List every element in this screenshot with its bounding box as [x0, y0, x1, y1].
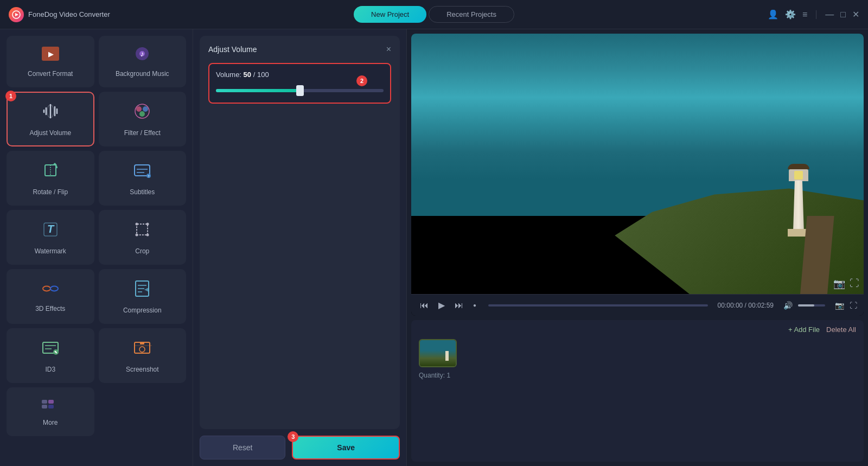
- main-content: ▶ Convert Format ♪ Background Music 1: [0, 29, 868, 466]
- svg-point-24: [146, 223, 149, 226]
- add-file-button[interactable]: + Add File: [788, 325, 820, 334]
- background-music-label: Background Music: [116, 70, 169, 78]
- svg-point-40: [139, 347, 145, 352]
- time-display: 00:00:00 / 00:02:59: [718, 302, 774, 309]
- panel-container: Adjust Volume × Volume: 50 / 100 2: [200, 36, 400, 429]
- compression-icon: [132, 279, 152, 302]
- svg-rect-45: [48, 405, 54, 408]
- svg-point-27: [43, 286, 50, 291]
- sidebar-item-3d-effects[interactable]: 3D Effects: [7, 269, 94, 324]
- menu-icon[interactable]: ≡: [802, 10, 807, 20]
- sidebar-item-watermark[interactable]: T Watermark: [7, 210, 94, 265]
- panel-footer: Reset 3 Save: [200, 436, 400, 459]
- rotate-flip-label: Rotate / Flip: [33, 188, 68, 196]
- sidebar-item-convert-format[interactable]: ▶ Convert Format: [7, 36, 94, 87]
- sidebar-item-compression[interactable]: Compression: [99, 269, 187, 324]
- sidebar-item-rotate-flip[interactable]: Rotate / Flip: [7, 151, 94, 206]
- app-logo-area: FoneDog Video Converter: [9, 7, 292, 22]
- settings-icon[interactable]: ⚙️: [785, 9, 796, 20]
- quantity-label: Quantity:: [419, 372, 445, 379]
- lh-cap: [788, 164, 809, 169]
- volume-section: Volume: 50 / 100 2: [208, 63, 391, 104]
- reset-button[interactable]: Reset: [200, 436, 285, 459]
- sidebar-item-adjust-volume[interactable]: 1 Adjust Volume: [7, 92, 94, 146]
- svg-text:♪: ♪: [141, 49, 144, 58]
- volume-mini-slider[interactable]: [798, 304, 825, 307]
- video-preview: 📷 ⛶ ⏮ ▶ ⏭ ● 00:00:00 / 00:02:59: [411, 34, 864, 316]
- screenshot-label: Screenshot: [126, 366, 159, 373]
- adjust-volume-panel: Adjust Volume × Volume: 50 / 100 2: [193, 29, 407, 466]
- more-icon: [41, 397, 60, 414]
- svg-text:▶: ▶: [48, 50, 53, 58]
- thumb-bg: [420, 340, 456, 366]
- volume-slider-thumb[interactable]: [296, 85, 304, 96]
- panel-close-button[interactable]: ×: [386, 44, 391, 54]
- volume-value: 50: [244, 71, 251, 79]
- volume-slider-container[interactable]: 2: [216, 85, 384, 96]
- file-area: + Add File Delete All Quantity: 1: [411, 320, 864, 462]
- fullscreen-overlay-icon[interactable]: ⛶: [850, 278, 859, 290]
- nav-buttons: New Project Recent Projects: [292, 6, 576, 23]
- progress-bar[interactable]: [488, 304, 708, 307]
- crop-label: Crop: [135, 247, 149, 255]
- volume-ctrl-icon[interactable]: 🔊: [783, 301, 793, 310]
- video-frame: 📷 ⛶: [411, 34, 864, 294]
- lh-top: [789, 169, 808, 181]
- svg-rect-42: [42, 400, 47, 404]
- sidebar-item-background-music[interactable]: ♪ Background Music: [99, 36, 187, 87]
- app-logo-icon: [9, 7, 24, 22]
- dot-button[interactable]: ●: [471, 301, 478, 309]
- snapshot-overlay-icon[interactable]: 📷: [833, 278, 845, 290]
- sidebar-item-more[interactable]: More: [7, 387, 94, 436]
- file-list: [419, 339, 856, 367]
- fullscreen-icon[interactable]: ⛶: [850, 301, 857, 310]
- save-button[interactable]: Save: [292, 436, 400, 459]
- sidebar-item-filter-effect[interactable]: Filter / Effect: [99, 92, 187, 146]
- svg-text:T: T: [148, 175, 150, 178]
- quantity-display: Quantity: 1: [419, 372, 856, 379]
- sidebar-item-id3[interactable]: ✎ ID3: [7, 328, 94, 383]
- svg-point-28: [50, 286, 58, 291]
- sidebar-item-crop[interactable]: Crop: [99, 210, 187, 265]
- id3-icon: ✎: [41, 338, 60, 361]
- id3-label: ID3: [45, 366, 55, 373]
- maximize-icon[interactable]: □: [840, 10, 846, 20]
- sidebar-item-screenshot[interactable]: Screenshot: [99, 328, 187, 383]
- convert-format-icon: ▶: [41, 46, 60, 66]
- subtitles-icon: T: [132, 161, 152, 184]
- 3d-effects-label: 3D Effects: [35, 305, 65, 312]
- file-thumbnail[interactable]: [419, 339, 457, 367]
- save-button-wrapper: 3 Save: [292, 436, 400, 459]
- sidebar-item-subtitles[interactable]: T Subtitles: [99, 151, 187, 206]
- user-icon[interactable]: 👤: [768, 9, 778, 20]
- svg-point-26: [146, 234, 149, 237]
- rotate-flip-icon: [41, 161, 60, 184]
- svg-rect-43: [48, 400, 54, 404]
- new-project-button[interactable]: New Project: [354, 6, 426, 23]
- titlebar-actions: 👤 ⚙️ ≡ — □ ✕: [576, 9, 859, 20]
- current-time: 00:00:00: [718, 302, 743, 309]
- crop-icon: [132, 220, 152, 243]
- quantity-value: 1: [446, 372, 450, 379]
- volume-slider-track: [216, 89, 384, 92]
- minimize-icon[interactable]: —: [825, 10, 834, 20]
- volume-separator: /: [253, 71, 257, 79]
- delete-all-button[interactable]: Delete All: [826, 325, 856, 334]
- file-action-buttons: + Add File Delete All: [419, 325, 856, 334]
- svg-point-11: [139, 111, 145, 117]
- next-button[interactable]: ⏭: [452, 299, 465, 311]
- lh-tower: [791, 180, 806, 229]
- volume-label: Volume:: [216, 71, 241, 79]
- convert-format-label: Convert Format: [28, 70, 73, 78]
- watermark-icon: T: [41, 220, 60, 243]
- close-icon[interactable]: ✕: [852, 9, 859, 20]
- recent-projects-button[interactable]: Recent Projects: [429, 6, 514, 23]
- svg-marker-33: [144, 288, 149, 292]
- prev-button[interactable]: ⏮: [418, 299, 431, 311]
- svg-rect-41: [140, 342, 144, 344]
- 3d-effects-icon: [41, 280, 60, 301]
- svg-rect-22: [137, 224, 148, 235]
- camera-icon[interactable]: 📷: [835, 301, 844, 310]
- play-button[interactable]: ▶: [436, 299, 447, 311]
- filter-effect-icon: [132, 101, 152, 125]
